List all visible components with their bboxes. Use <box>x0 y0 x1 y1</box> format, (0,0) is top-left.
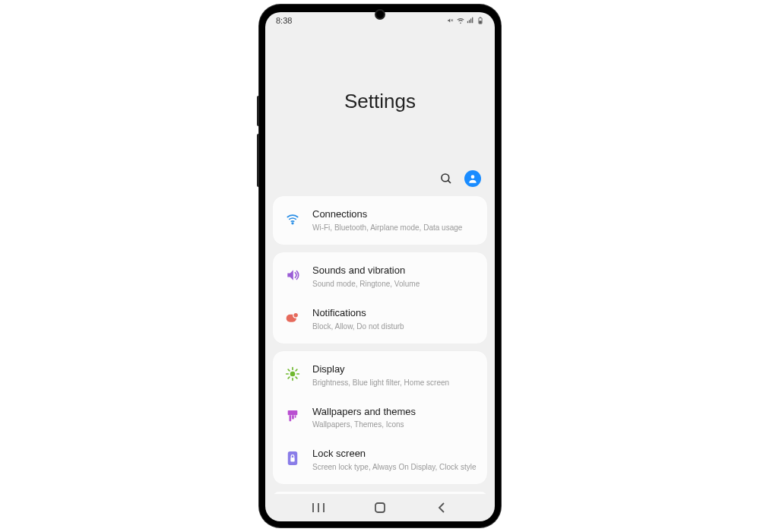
home-icon <box>374 502 386 514</box>
svg-line-17 <box>296 369 297 371</box>
account-button[interactable] <box>464 170 481 187</box>
sound-icon <box>283 266 302 284</box>
battery-icon <box>477 17 484 24</box>
person-icon <box>467 173 478 184</box>
recents-icon <box>312 502 325 513</box>
settings-group: Display Brightness, Blue light filter, H… <box>273 351 487 485</box>
settings-item-title: Wallpapers and themes <box>312 406 477 419</box>
front-camera <box>375 9 385 20</box>
settings-item-subtitle: Wallpapers, Themes, Icons <box>312 420 477 429</box>
svg-point-8 <box>293 312 299 318</box>
settings-group: Sounds and vibration Sound mode, Rington… <box>273 252 487 344</box>
settings-item-subtitle: Screen lock type, Always On Display, Clo… <box>312 462 477 472</box>
svg-rect-19 <box>290 415 292 421</box>
svg-rect-18 <box>288 410 298 414</box>
settings-item-title: Sounds and vibration <box>312 264 477 277</box>
settings-item-subtitle: Brightness, Blue light filter, Home scre… <box>312 378 477 388</box>
svg-rect-1 <box>480 21 482 23</box>
settings-item-subtitle: Wi-Fi, Bluetooth, Airplane mode, Data us… <box>312 223 477 233</box>
status-icons <box>447 17 484 24</box>
status-time: 8:38 <box>276 16 292 25</box>
settings-item-text: Notifications Block, Allow, Do not distu… <box>312 307 477 331</box>
settings-item-display[interactable]: Display Brightness, Blue light filter, H… <box>273 354 487 397</box>
lock-icon <box>283 449 302 467</box>
settings-item-wallpapers[interactable]: Wallpapers and themes Wallpapers, Themes… <box>273 397 487 439</box>
settings-group: Connections Wi-Fi, Bluetooth, Airplane m… <box>273 196 487 245</box>
brush-icon <box>283 407 302 426</box>
svg-rect-27 <box>375 503 385 512</box>
phone-frame: 8:38 Settings Connections <box>259 5 501 527</box>
nav-recents-button[interactable] <box>303 502 334 513</box>
svg-point-5 <box>471 175 475 179</box>
settings-item-connections[interactable]: Connections Wi-Fi, Bluetooth, Airplane m… <box>273 199 487 242</box>
display-icon <box>283 365 302 383</box>
svg-line-15 <box>296 377 297 378</box>
svg-line-16 <box>288 377 290 378</box>
settings-item-text: Sounds and vibration Sound mode, Rington… <box>312 264 477 289</box>
settings-list[interactable]: Connections Wi-Fi, Bluetooth, Airplane m… <box>265 196 495 494</box>
screen: 8:38 Settings Connections <box>265 12 495 521</box>
svg-rect-20 <box>292 415 294 419</box>
notif-icon <box>283 309 302 327</box>
settings-item-subtitle: Sound mode, Ringtone, Volume <box>312 279 477 289</box>
search-button[interactable] <box>439 171 454 186</box>
settings-item-title: Lock screen <box>312 448 477 461</box>
nav-back-button[interactable] <box>426 502 457 513</box>
settings-item-text: Connections Wi-Fi, Bluetooth, Airplane m… <box>312 208 477 233</box>
settings-item-title: Display <box>312 363 477 376</box>
navigation-bar <box>265 494 495 521</box>
svg-point-6 <box>292 223 293 224</box>
page-title: Settings <box>344 90 416 113</box>
settings-item-title: Connections <box>312 208 477 221</box>
svg-line-4 <box>448 180 451 183</box>
svg-point-9 <box>290 371 296 376</box>
svg-rect-21 <box>295 415 296 418</box>
svg-point-3 <box>442 174 449 182</box>
wifi-status-icon <box>457 17 464 24</box>
settings-item-text: Display Brightness, Blue light filter, H… <box>312 363 477 388</box>
back-icon <box>437 502 446 513</box>
mute-icon <box>447 17 454 24</box>
side-button <box>257 96 259 126</box>
search-icon <box>439 172 453 185</box>
svg-rect-23 <box>290 458 294 462</box>
page-header: Settings <box>265 29 495 196</box>
settings-item-title: Notifications <box>312 307 477 320</box>
settings-item-lockscreen[interactable]: Lock screen Screen lock type, Always On … <box>273 439 487 481</box>
wifi-icon <box>283 210 302 228</box>
settings-item-sounds[interactable]: Sounds and vibration Sound mode, Rington… <box>273 255 487 298</box>
signal-icon <box>467 17 474 24</box>
svg-line-14 <box>288 369 290 371</box>
nav-home-button[interactable] <box>365 502 395 514</box>
settings-item-subtitle: Block, Allow, Do not disturb <box>312 321 477 331</box>
settings-item-text: Lock screen Screen lock type, Always On … <box>312 448 477 472</box>
side-button <box>257 134 259 187</box>
settings-item-notifications[interactable]: Notifications Block, Allow, Do not distu… <box>273 298 487 340</box>
settings-item-text: Wallpapers and themes Wallpapers, Themes… <box>312 406 477 430</box>
